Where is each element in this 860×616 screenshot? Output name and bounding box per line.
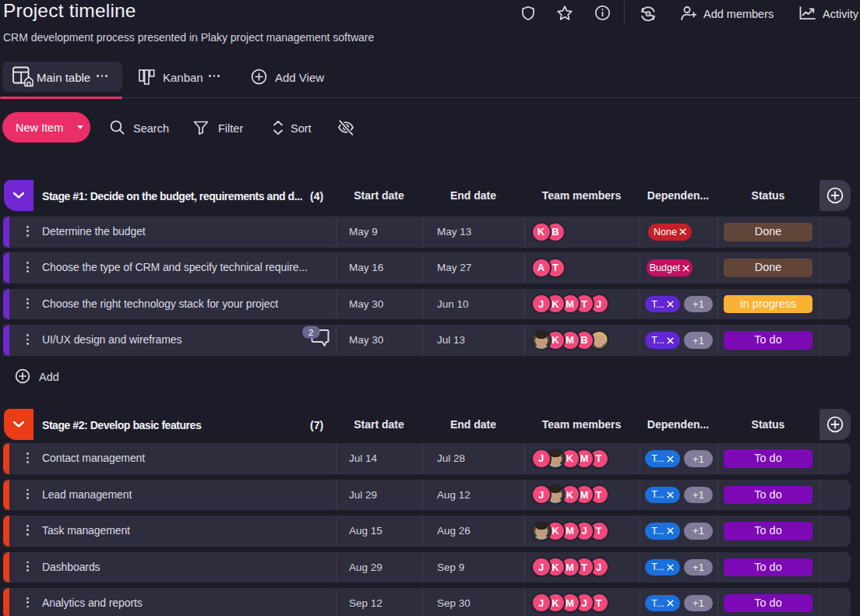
svg-text:2: 2 — [308, 328, 313, 337]
